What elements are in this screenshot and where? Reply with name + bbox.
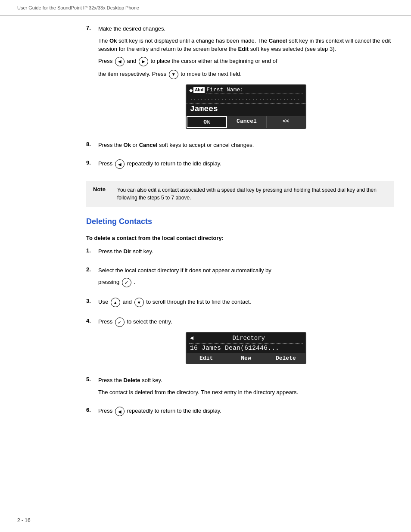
abc-badge: Abd xyxy=(193,87,205,93)
screen1-dots: ................................ xyxy=(187,95,305,104)
del-step-5-block: 5. Press the Delete soft key. The contac… xyxy=(86,376,394,400)
screen1-btn3: << xyxy=(267,116,305,128)
right-arrow-icon: ▶ xyxy=(139,57,148,66)
step1-post: soft key. xyxy=(131,248,153,255)
del-step-4-num: 4. xyxy=(86,317,95,369)
step8-or: or xyxy=(131,142,139,148)
screen2-btn2: New xyxy=(226,353,266,363)
screen2-title-row: ◄ Directory xyxy=(187,333,305,343)
cursor-text: to place the cursor either at the beginn… xyxy=(150,58,277,64)
del-step-1-body: Press the Dir soft key. xyxy=(98,247,394,259)
cursor-arrow: ◆ xyxy=(189,87,193,94)
main-content: 7. Make the desired changes. The Ok soft… xyxy=(86,25,394,420)
del-step-6-text: Press ◀ repeatedly to return to the idle… xyxy=(98,407,394,416)
down-arrow-icon: ▼ xyxy=(169,70,178,79)
del-step-4-body: Press ✓ to select the entry. ◄ Directory… xyxy=(98,317,394,369)
ok-text: Ok xyxy=(109,37,117,44)
note-p1b: soft key is not displayed until a change… xyxy=(117,37,268,44)
screen1-header: ◆ Abd First Name: xyxy=(187,85,305,95)
screen2-arrow: ◄ xyxy=(190,335,193,342)
step-8-body: Press the Ok or Cancel soft keys to acce… xyxy=(98,141,394,153)
page-footer: 2 - 16 xyxy=(17,517,31,523)
del-step-6-body: Press ◀ repeatedly to return to the idle… xyxy=(98,407,394,420)
step8-pre: Press the xyxy=(98,142,124,148)
press-text: Press xyxy=(98,58,112,64)
pressing-text: pressing xyxy=(98,279,119,285)
header-title: User Guide for the SoundPoint IP 32x/33x… xyxy=(17,5,139,10)
screen1-btn2: Cancel xyxy=(227,116,266,128)
step9-left-icon: ◀ xyxy=(115,159,125,169)
and-text: and xyxy=(127,58,136,64)
step5-delete: Delete xyxy=(124,377,140,383)
check-icon: ✓ xyxy=(122,278,131,287)
up-icon: ▲ xyxy=(111,298,120,307)
section-title: Deleting Contacts xyxy=(86,217,394,226)
del-step-5-num: 5. xyxy=(86,376,95,400)
section-deleting-contacts: Deleting Contacts To delete a contact fr… xyxy=(86,217,394,420)
step-8-num: 8. xyxy=(86,141,95,153)
step5-pre: Press the xyxy=(98,377,124,383)
step-7-body: Make the desired changes. The Ok soft ke… xyxy=(98,25,394,134)
step-9-num: 9. xyxy=(86,159,95,172)
del-step-2-num: 2. xyxy=(86,266,95,291)
screen2-title: Directory xyxy=(195,335,302,342)
step9-pre: Press xyxy=(98,160,112,167)
del-step-2-body: Select the local contact directory if it… xyxy=(98,266,394,291)
del-step-2-text: Select the local contact directory if it… xyxy=(98,266,394,275)
del-step-3-num: 3. xyxy=(86,298,95,311)
step-7-press-line: Press ◀ and ▶ to place the cursor either… xyxy=(98,57,394,66)
step-8-text: Press the Ok or Cancel soft keys to acce… xyxy=(98,141,394,149)
del-step-3-text: Use ▲ and ▼ to scroll through the list t… xyxy=(98,298,394,307)
down-icon2: ▼ xyxy=(134,298,144,307)
step6-post: repeatedly to return to the idle display… xyxy=(127,408,221,414)
step-7-block: 7. Make the desired changes. The Ok soft… xyxy=(86,25,394,134)
del-step-6-num: 6. xyxy=(86,407,95,420)
step3-post: to scroll through the list to find the c… xyxy=(146,299,251,305)
cancel-text: Cancel xyxy=(269,37,287,44)
screen2-buttons: Edit New Delete xyxy=(187,353,305,363)
note-label: Note xyxy=(93,186,110,202)
page-header: User Guide for the SoundPoint IP 32x/33x… xyxy=(0,0,411,16)
step-7-text: Make the desired changes. xyxy=(98,25,394,33)
screen2-btn1: Edit xyxy=(187,353,226,363)
del-step-6-block: 6. Press ◀ repeatedly to return to the i… xyxy=(86,407,394,420)
del-step-1-text: Press the Dir soft key. xyxy=(98,247,394,256)
step1-dir: Dir xyxy=(124,248,131,255)
edit-text: Edit xyxy=(238,46,249,52)
del-step-2-block: 2. Select the local contact directory if… xyxy=(86,266,394,291)
check-icon2: ✓ xyxy=(115,317,125,327)
screen1-buttons: Ok Cancel << xyxy=(187,116,305,128)
step6-left-icon: ◀ xyxy=(115,407,125,416)
step5-post: soft key. xyxy=(140,377,162,383)
screen2-entry: 16 James Dean(612446... xyxy=(187,344,305,353)
del-step-2-pressing: pressing ✓ . xyxy=(98,278,394,287)
step2-dot: . xyxy=(134,279,135,285)
del-step-5-body: Press the Delete soft key. The contact i… xyxy=(98,376,394,400)
step3-and: and xyxy=(122,299,132,305)
step8-post: soft keys to accept or cancel changes. xyxy=(157,142,254,148)
dots: ................................ xyxy=(190,96,300,101)
del-step-5-desc: The contact is deleted from the director… xyxy=(98,388,394,397)
step6-pre: Press xyxy=(98,408,112,414)
step8-cancel: Cancel xyxy=(139,142,158,148)
note-text: You can also edit a contact associated w… xyxy=(117,186,387,202)
step-9-text: Press ◀ repeatedly to return to the idle… xyxy=(98,159,394,169)
step2-text: Select the local contact directory if it… xyxy=(98,267,271,274)
step9-post: repeatedly to return to the idle display… xyxy=(127,160,221,167)
del-step-1-block: 1. Press the Dir soft key. xyxy=(86,247,394,259)
del-step-4-block: 4. Press ✓ to select the entry. ◄ Direct… xyxy=(86,317,394,369)
subsection-title: To delete a contact from the local conta… xyxy=(86,235,394,241)
screen1-btn1: Ok xyxy=(187,116,227,128)
step-9-body: Press ◀ repeatedly to return to the idle… xyxy=(98,159,394,172)
page-content: 7. Make the desired changes. The Ok soft… xyxy=(0,16,411,444)
the-text: The xyxy=(98,37,109,44)
del-step-3-body: Use ▲ and ▼ to scroll through the list t… xyxy=(98,298,394,311)
field-label: First Name: xyxy=(206,87,303,93)
move-text: to move to the next field. xyxy=(181,71,242,77)
screen1-value: Jamees xyxy=(187,104,305,116)
screen-1: ◆ Abd First Name: ......................… xyxy=(186,84,306,129)
step1-pre: Press the xyxy=(98,248,124,255)
step-7-note: The Ok soft key is not displayed until a… xyxy=(98,37,394,53)
page-number: 2 - 16 xyxy=(17,517,31,523)
step-9-block: 9. Press ◀ repeatedly to return to the i… xyxy=(86,159,394,172)
